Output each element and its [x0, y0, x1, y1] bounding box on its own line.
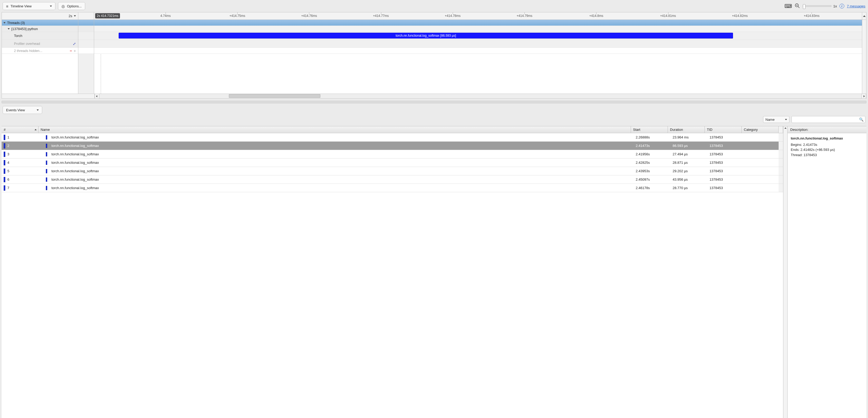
process-row[interactable]: [1378453] python [2, 26, 78, 32]
timeline-tracks[interactable]: torch.nn.functional.log_softmax [86.593 … [94, 20, 862, 94]
col-duration[interactable]: Duration [668, 126, 705, 133]
event-marker-icon [4, 169, 5, 174]
filter-search-input[interactable] [794, 118, 859, 122]
svg-line-1 [798, 7, 800, 8]
row-duration: 86.593 µs [673, 144, 688, 148]
event-marker-icon [4, 143, 5, 148]
table-row[interactable]: 6torch.nn.functional.log_softmax2.45097s… [2, 175, 783, 184]
chevron-down-icon [37, 110, 39, 111]
row-number: 6 [7, 178, 9, 181]
options-button[interactable]: ◎ Options... [58, 2, 85, 10]
row-name: torch.nn.functional.log_softmax [52, 186, 99, 190]
hidden-label: 2 threads hidden... [14, 49, 70, 53]
row-number: 4 [7, 160, 9, 165]
events-view-dropdown[interactable]: Events View [3, 106, 42, 114]
col-number[interactable]: # [2, 126, 38, 133]
event-marker-icon [4, 135, 5, 140]
row-number: 1 [7, 135, 9, 139]
table-row[interactable]: 1torch.nn.functional.log_softmax2.26888s… [2, 133, 783, 142]
scroll-thumb[interactable] [229, 94, 320, 98]
description-ends: Ends: 2.41482s (+86.593 µs) [791, 147, 863, 152]
search-icon: 🔍 [859, 117, 864, 122]
top-toolbar: ≡ Timeline View ◎ Options... ⌨ 1x i 7 me… [2, 2, 866, 10]
threads-header-label: Threads (3) [7, 21, 78, 25]
torch-row[interactable]: Torch [2, 32, 78, 40]
horizontal-scrollbar[interactable] [2, 94, 866, 98]
table-row[interactable]: 3torch.nn.functional.log_softmax2.41956s… [2, 150, 783, 158]
row-duration: 28.871 µs [673, 160, 688, 165]
zoom-label: 1x [833, 4, 837, 8]
row-tid: 1378453 [710, 160, 723, 165]
zoom-thumb[interactable] [803, 4, 806, 9]
keyboard-icon[interactable]: ⌨ [784, 3, 792, 9]
torch-label: Torch [14, 34, 78, 38]
messages-link[interactable]: 7 messages [847, 4, 865, 8]
splitter-bar[interactable] [2, 101, 866, 103]
info-icon: i [839, 4, 844, 8]
row-number: 3 [7, 152, 9, 156]
row-number: 5 [7, 169, 9, 173]
timeline-view-label: Timeline View [10, 4, 32, 8]
event-bar-label: torch.nn.functional.log_softmax [86.593 … [396, 34, 456, 37]
row-tid: 1378453 [710, 186, 723, 190]
col-tid[interactable]: TID [705, 126, 742, 133]
profiler-overhead-row[interactable]: Profiler overhead ⤢ [2, 40, 78, 48]
vertical-scrollbar[interactable] [862, 20, 866, 94]
events-toolbar: Events View [2, 105, 866, 114]
threads-header[interactable]: Threads (3) [2, 20, 78, 26]
ruler-minimap [78, 12, 94, 20]
scroll-up-button[interactable] [862, 12, 866, 20]
row-duration: 43.956 µs [673, 178, 688, 181]
minus-icon[interactable]: − [70, 49, 72, 53]
row-tid: 1378453 [710, 135, 723, 139]
ruler-main[interactable]: 2s 414.7321ms 4.74ms+414.75ms+414.76ms+4… [94, 12, 862, 20]
row-duration: 28.770 µs [673, 186, 688, 190]
table-row[interactable]: 2torch.nn.functional.log_softmax2.41473s… [2, 142, 783, 150]
disclosure-icon [8, 28, 10, 30]
zoom-out-icon[interactable] [795, 3, 800, 9]
row-name: torch.nn.functional.log_softmax [52, 152, 99, 156]
events-view-label: Events View [6, 108, 25, 112]
col-scrollspacer [779, 126, 783, 133]
row-name: torch.nn.functional.log_softmax [52, 144, 99, 148]
col-name[interactable]: Name [38, 126, 631, 133]
event-marker-icon [4, 160, 5, 166]
thread-tree: Threads (3) [1378453] python Torch Profi… [2, 20, 78, 94]
filter-by-dropdown[interactable]: Name [763, 116, 789, 123]
hidden-threads-row[interactable]: 2 threads hidden... − + [2, 48, 78, 54]
scroll-right-icon[interactable] [864, 95, 865, 97]
scroll-left-icon[interactable] [96, 95, 97, 97]
ruler-left-label[interactable]: 2s [2, 12, 78, 20]
col-start[interactable]: Start [631, 126, 668, 133]
table-row[interactable]: 4torch.nn.functional.log_softmax2.42825s… [2, 158, 783, 167]
row-name: torch.nn.functional.log_softmax [52, 178, 99, 181]
col-category[interactable]: Category [742, 126, 779, 133]
row-start: 2.41956s [636, 152, 650, 156]
expand-icon[interactable]: ⤢ [73, 42, 76, 46]
event-marker-icon [46, 152, 47, 156]
filter-search-box[interactable]: 🔍 [792, 116, 865, 123]
timeline-view-dropdown[interactable]: ≡ Timeline View [3, 2, 55, 10]
zoom-slider[interactable]: 1x [803, 4, 837, 8]
row-name: torch.nn.functional.log_softmax [52, 160, 99, 165]
table-row[interactable]: 7torch.nn.functional.log_softmax2.46178s… [2, 184, 783, 192]
row-start: 2.45097s [636, 178, 650, 181]
menu-icon: ≡ [6, 4, 8, 8]
event-marker-icon [4, 185, 5, 191]
plus-icon[interactable]: + [73, 49, 76, 53]
events-vertical-scrollbar[interactable] [783, 126, 787, 418]
row-start: 2.26888s [636, 135, 650, 139]
events-body: # Name Start Duration TID Category 1torc… [2, 126, 866, 418]
row-duration: 27.494 µs [673, 152, 688, 156]
timeline-event-bar[interactable]: torch.nn.functional.log_softmax [86.593 … [119, 33, 733, 38]
timeline-panel: 2s 2s 414.7321ms 4.74ms+414.75ms+414.76m… [2, 12, 866, 99]
chevron-down-icon [74, 15, 76, 17]
time-ruler[interactable]: 2s 2s 414.7321ms 4.74ms+414.75ms+414.76m… [2, 12, 866, 20]
messages-label: 7 messages [847, 4, 865, 8]
row-start: 2.43953s [636, 169, 650, 173]
row-tid: 1378453 [710, 144, 723, 148]
options-label: Options... [67, 4, 82, 8]
table-row[interactable]: 5torch.nn.functional.log_softmax2.43953s… [2, 167, 783, 175]
row-name: torch.nn.functional.log_softmax [52, 135, 99, 139]
description-title: torch.nn.functional.log_softmax [791, 136, 863, 141]
